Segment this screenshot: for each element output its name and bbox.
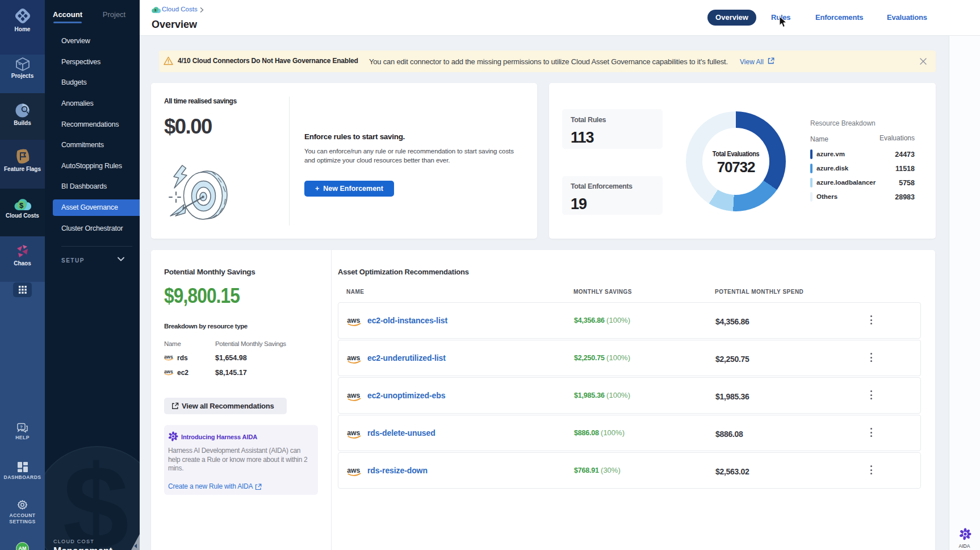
svg-text:aws: aws [347, 466, 360, 474]
svg-text:?: ? [20, 424, 23, 430]
svg-text:$: $ [63, 440, 129, 550]
svg-text:aws: aws [347, 316, 360, 324]
svg-text:aws: aws [164, 355, 173, 360]
svg-text:aws: aws [347, 429, 360, 437]
svg-text:aws: aws [164, 369, 173, 374]
svg-text:$: $ [19, 201, 23, 210]
svg-text:aws: aws [347, 391, 360, 399]
svg-text:aws: aws [347, 354, 360, 362]
